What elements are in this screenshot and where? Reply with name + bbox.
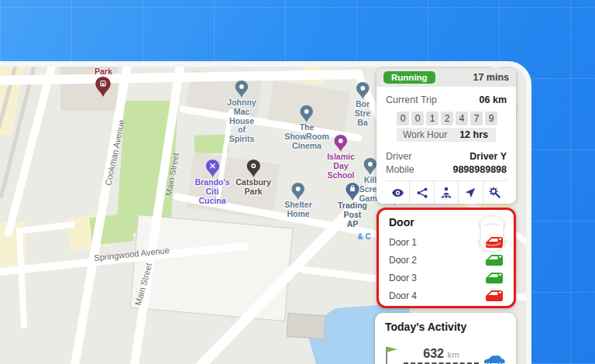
poi-label: Brando's Citi Cucina: [194, 178, 229, 205]
street-label-main-lower: Main Street: [133, 262, 153, 306]
door-status-panel: Door Door 1 Door 2 Door 3 Door 4: [377, 208, 516, 308]
start-flag-icon: [385, 345, 400, 364]
door-label: Door 2: [389, 255, 417, 266]
odometer-digit: 2: [441, 112, 453, 125]
door-label: Door 1: [389, 237, 417, 248]
navigate-button[interactable]: [458, 181, 482, 204]
work-hour-value: 12 hrs: [459, 129, 488, 140]
share-button[interactable]: [409, 181, 433, 204]
vehicle-watermark: [476, 213, 507, 255]
work-hour-label: Work Hour: [403, 129, 447, 140]
driver-value: Driver Y: [469, 151, 507, 162]
odometer-digit: 9: [485, 112, 497, 125]
status-header: Running 17 mins: [377, 68, 516, 87]
map-pin-icon: [364, 158, 377, 175]
poi-label: Johnny Mac House of Spirits: [227, 98, 256, 144]
trip-distance: 632 km: [423, 347, 459, 361]
status-badge: Running: [383, 71, 435, 84]
door-label: Door 4: [389, 290, 417, 301]
action-row: [386, 180, 507, 204]
odometer: 0 0 1 2 4 7 9: [397, 112, 507, 125]
person-map-icon: [440, 187, 452, 198]
street-label-springwood: Springwood Avenue: [94, 246, 170, 263]
share-icon: [417, 187, 428, 198]
street-label-cookman: Cookman Avenue: [103, 118, 126, 186]
map-pin-icon: [246, 160, 260, 177]
door-open-icon: [485, 254, 504, 266]
door-label: Door 3: [389, 273, 417, 283]
map-pin-icon: [301, 105, 314, 122]
odometer-digit: 0: [397, 112, 409, 125]
odometer-digit: 1: [426, 112, 439, 125]
trip-distance-value: 632: [423, 347, 444, 360]
work-hour: Work Hour 12 hrs: [397, 128, 496, 142]
driver-map-button[interactable]: [434, 181, 458, 204]
current-trip-value: 06 km: [480, 94, 507, 105]
door-open-icon: [485, 272, 504, 284]
activity-trip-row: 632 km: [385, 345, 506, 364]
poi-label: The ShowRoom Cinema: [284, 123, 329, 150]
map-pin-icon: [334, 135, 347, 152]
door-closed-icon: [485, 290, 504, 302]
mobile-label: Mobile: [386, 164, 414, 175]
current-trip-label: Current Trip: [386, 94, 437, 105]
poi-label: Park: [95, 67, 112, 77]
map-pin-icon: [291, 183, 304, 200]
door-row: Door 4: [389, 287, 504, 304]
map-pin-icon: [356, 82, 370, 99]
view-button[interactable]: [386, 181, 409, 204]
settings-search-button[interactable]: [483, 181, 507, 204]
eye-icon: [391, 187, 404, 198]
map-pin-icon: [95, 77, 111, 97]
navigation-arrow-icon: [465, 187, 476, 198]
odometer-digit: 7: [470, 112, 483, 125]
activity-panel-title: Today's Activity: [385, 321, 506, 333]
poi-label: Islamic Day School: [327, 153, 355, 180]
street-label-main-upper: Main Street: [163, 152, 181, 196]
map-pin-icon: [346, 183, 359, 201]
gear-search-icon: [489, 187, 500, 198]
poi-label: Catsbury Park: [236, 178, 271, 197]
odometer-digit: 0: [411, 112, 424, 125]
map-text-amp: & C: [357, 232, 370, 241]
trip-distance-unit: km: [447, 350, 459, 359]
vehicle-status-panel: Running 17 mins Current Trip 06 km 0 0 1…: [377, 68, 516, 204]
driver-label: Driver: [386, 151, 411, 162]
poi-label: Trading Post AP: [338, 201, 367, 228]
status-duration: 17 mins: [473, 72, 509, 83]
odometer-digit: 4: [456, 112, 468, 125]
car-icon: [483, 354, 506, 364]
map-pin-icon: [236, 81, 249, 98]
poi-label: Shelter Home: [284, 201, 312, 219]
todays-activity-panel: Today's Activity 632 km: [375, 313, 516, 364]
trip-progress-line: 632 km: [404, 348, 479, 364]
mobile-value: 9898989898: [452, 164, 507, 175]
map-pin-icon: [205, 160, 219, 177]
door-row: Door 3: [389, 269, 504, 287]
poi-label: Bor Stre Ba: [355, 100, 370, 127]
